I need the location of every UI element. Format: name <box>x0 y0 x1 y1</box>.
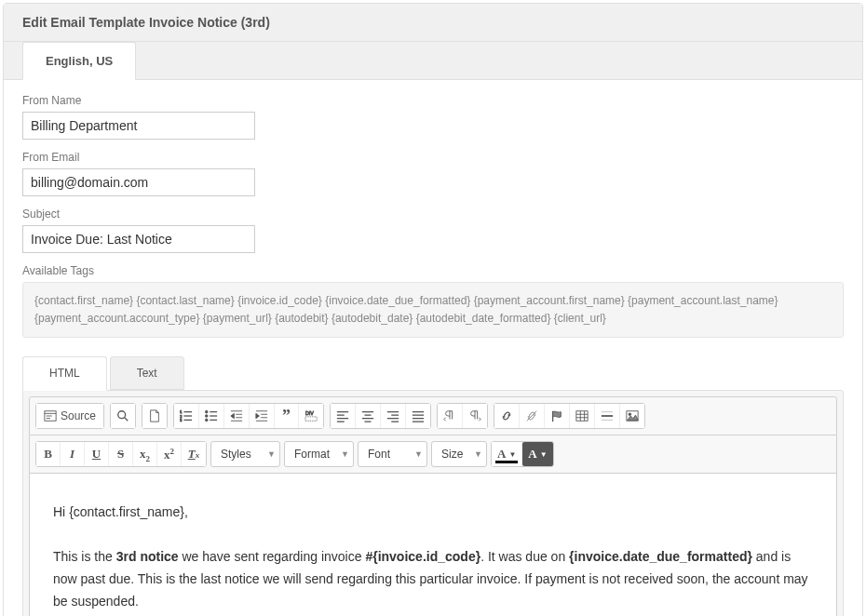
table-icon <box>575 409 589 422</box>
svg-point-12 <box>205 411 208 414</box>
subscript-button[interactable]: x2 <box>133 442 157 466</box>
greeting-line: Hi {contact.first_name}, <box>53 502 813 524</box>
subject-input[interactable] <box>22 225 255 253</box>
format-combo[interactable]: Format▼ <box>284 441 354 467</box>
ltr-icon <box>443 409 456 422</box>
text-color-icon: A <box>497 447 506 462</box>
svg-text:3: 3 <box>180 419 183 423</box>
svg-point-16 <box>205 419 208 422</box>
align-justify-button[interactable] <box>406 404 430 428</box>
align-left-button[interactable] <box>331 404 356 428</box>
align-justify-icon <box>412 409 425 422</box>
outdent-icon <box>230 409 243 422</box>
svg-rect-46 <box>576 411 588 422</box>
source-button[interactable]: Source <box>36 404 103 428</box>
size-combo[interactable]: Size▼ <box>431 441 487 467</box>
caret-down-icon: ▼ <box>508 450 516 459</box>
available-tags-label: Available Tags <box>22 264 844 277</box>
bullet-list-button[interactable] <box>199 404 224 428</box>
editor-toolbar-row2: B I U S x2 x2 Tx Styles▼ Format▼ Font▼ S… <box>29 435 837 474</box>
templates-button[interactable] <box>142 404 167 428</box>
italic-button[interactable]: I <box>61 442 85 466</box>
hr-button[interactable] <box>595 404 620 428</box>
panel-title: Edit Email Template Invoice Notice (3rd) <box>4 4 862 42</box>
caret-down-icon: ▼ <box>540 450 548 459</box>
image-icon <box>626 409 639 422</box>
magnifier-icon <box>116 409 129 422</box>
blockquote-button[interactable]: ” <box>275 404 299 428</box>
svg-line-5 <box>125 418 129 422</box>
indent-button[interactable] <box>250 404 275 428</box>
svg-point-55 <box>629 413 631 416</box>
caret-down-icon: ▼ <box>267 449 276 459</box>
numbered-list-button[interactable]: 123 <box>174 404 199 428</box>
svg-point-14 <box>205 415 208 418</box>
align-left-icon <box>336 409 349 422</box>
ltr-button[interactable] <box>438 404 463 428</box>
text-color-button[interactable]: A▼ <box>492 442 522 466</box>
subject-label: Subject <box>22 208 844 221</box>
outdent-button[interactable] <box>224 404 250 428</box>
from-name-label: From Name <box>22 94 844 107</box>
align-center-button[interactable] <box>356 404 381 428</box>
bold-icon: B <box>44 447 52 462</box>
editor-tab-html[interactable]: HTML <box>22 356 107 391</box>
edit-email-template-panel: Edit Email Template Invoice Notice (3rd)… <box>3 3 863 616</box>
editor-tab-text[interactable]: Text <box>110 356 184 390</box>
align-right-button[interactable] <box>381 404 406 428</box>
caret-down-icon: ▼ <box>414 449 423 459</box>
caret-down-icon: ▼ <box>341 449 349 459</box>
underline-icon: U <box>92 447 101 462</box>
numbered-list-icon: 123 <box>180 409 193 422</box>
page-icon <box>148 409 161 422</box>
editor-content-area[interactable]: Hi {contact.first_name}, This is the 3rd… <box>29 474 837 616</box>
from-email-group: From Email <box>22 151 844 196</box>
bg-color-icon: A <box>528 447 536 462</box>
subject-group: Subject <box>22 208 844 253</box>
font-combo[interactable]: Font▼ <box>358 441 427 467</box>
unlink-button[interactable] <box>520 404 545 428</box>
source-icon <box>44 409 57 422</box>
language-tabs: English, US <box>4 42 862 80</box>
indent-icon <box>255 409 268 422</box>
source-label: Source <box>61 409 96 422</box>
strike-icon: S <box>117 447 124 462</box>
remove-format-icon: Tx <box>188 447 199 462</box>
italic-icon: I <box>70 447 74 462</box>
table-button[interactable] <box>570 404 595 428</box>
bold-button[interactable]: B <box>36 442 61 466</box>
notice-paragraph: This is the 3rd notice we have sent rega… <box>53 546 813 612</box>
flag-icon <box>550 409 563 422</box>
svg-rect-27 <box>305 417 317 421</box>
superscript-button[interactable]: x2 <box>157 442 182 466</box>
from-name-group: From Name <box>22 94 844 140</box>
div-icon: DIV <box>304 409 318 422</box>
preview-button[interactable] <box>111 404 135 428</box>
from-email-input[interactable] <box>22 168 255 196</box>
rtl-icon <box>468 409 481 422</box>
link-button[interactable] <box>494 404 520 428</box>
tab-english-us[interactable]: English, US <box>22 42 136 80</box>
styles-combo[interactable]: Styles▼ <box>210 441 280 467</box>
quote-icon: ” <box>282 411 291 421</box>
bg-color-button[interactable]: A▼ <box>522 442 552 466</box>
align-right-icon <box>386 409 399 422</box>
anchor-button[interactable] <box>545 404 570 428</box>
underline-button[interactable]: U <box>85 442 109 466</box>
caret-down-icon: ▼ <box>474 449 482 459</box>
link-icon <box>500 409 513 422</box>
from-name-input[interactable] <box>22 112 255 140</box>
available-tags-box: {contact.first_name} {contact.last_name}… <box>22 282 844 338</box>
subscript-icon: x2 <box>140 447 150 463</box>
align-center-icon <box>361 409 374 422</box>
rich-text-editor: Source 123 ” DIV <box>22 390 844 616</box>
hr-icon <box>601 409 614 422</box>
remove-format-button[interactable]: Tx <box>182 442 206 466</box>
div-button[interactable]: DIV <box>299 404 323 428</box>
panel-body: From Name From Email Subject Available T… <box>4 80 862 616</box>
editor-toolbar-row1: Source 123 ” DIV <box>29 396 837 435</box>
image-button[interactable] <box>620 404 644 428</box>
strike-button[interactable]: S <box>109 442 133 466</box>
rtl-button[interactable] <box>463 404 487 428</box>
superscript-icon: x2 <box>164 447 174 462</box>
